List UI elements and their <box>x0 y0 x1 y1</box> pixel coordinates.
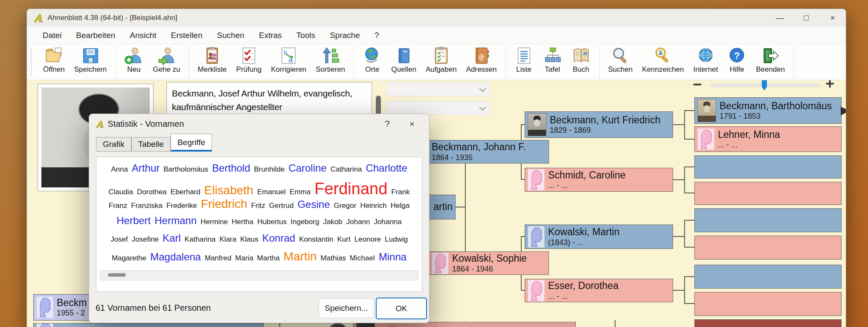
places-button[interactable]: Orte <box>358 46 386 80</box>
tab-begriffe[interactable]: Begriffe <box>171 134 212 152</box>
zoom-out-button[interactable]: − <box>693 80 702 92</box>
person-name: Beckmann, Bartholomäus <box>720 100 832 112</box>
horizontal-scrollbar-thumb[interactable] <box>108 273 126 277</box>
open-button[interactable]: Öffnen <box>38 46 70 80</box>
toolbar-button-label: Neu <box>127 65 140 74</box>
sources-button[interactable]: Quellen <box>386 46 421 80</box>
new-button[interactable]: Neu <box>119 46 148 80</box>
toolbar-button-label: Prüfung <box>236 65 262 74</box>
menu-item-sprache[interactable]: Sprache <box>322 31 367 40</box>
dialog-title-bar: A Statistik - Vornamen ? × <box>89 114 429 134</box>
cloud-name: Karl <box>163 232 181 244</box>
maximize-button[interactable]: □ <box>793 9 819 27</box>
zoom-slider-thumb[interactable] <box>762 80 767 91</box>
empty-person-box[interactable] <box>694 155 842 178</box>
empty-person-box[interactable] <box>694 208 842 232</box>
empty-person-box[interactable] <box>694 319 842 327</box>
flags-button[interactable]: Kennzeichen <box>637 46 688 80</box>
sort-button[interactable]: Sortieren <box>311 46 350 80</box>
cloud-name: Martin <box>284 250 317 263</box>
save-button[interactable]: Speichern <box>70 46 112 80</box>
save-button[interactable]: Speichern... <box>319 298 374 318</box>
person-box-kowalskim[interactable]: Kowalski, Martin(1843) - ... <box>525 225 673 249</box>
window-controls: — □ × <box>766 9 846 27</box>
ahnenblatt-logo-icon: A <box>96 119 103 129</box>
person-box-esser[interactable]: Esser, Dorothea... - ... <box>525 279 673 302</box>
person-box-johann[interactable]: Beckmann, Johann F.1864 - 1935 <box>429 140 549 164</box>
cloud-name: Eberhard <box>171 188 200 196</box>
goto-button[interactable]: Gehe zu <box>148 46 185 80</box>
cloud-name: Klaus <box>240 235 258 244</box>
male-silhouette-icon <box>36 297 53 318</box>
cloud-name: Heinrich <box>360 201 386 210</box>
empty-person-box[interactable] <box>694 236 842 260</box>
tree-connector-line <box>684 193 695 193</box>
close-button[interactable]: × <box>819 9 846 27</box>
minimize-button[interactable]: — <box>766 9 793 27</box>
cloud-name: Johann <box>346 218 370 226</box>
cloud-name: Frank <box>391 188 409 196</box>
tasks-button[interactable]: Aufgaben <box>421 46 462 80</box>
check-button[interactable]: Prüfung <box>232 46 267 80</box>
book-button[interactable]: Buch <box>567 46 595 80</box>
toolbar: ÖffnenSpeichernNeuGehe zuMerklistePrüfun… <box>27 44 846 80</box>
menu-item-suchen[interactable]: Suchen <box>210 31 252 40</box>
toolbar-drag-handle-icon[interactable] <box>31 49 32 76</box>
person-details-line2: kaufmännischer Angestellter <box>172 100 366 114</box>
exit-button[interactable]: Beenden <box>751 46 790 80</box>
correct-button[interactable]: baKorrigieren <box>266 46 311 80</box>
empty-person-box[interactable] <box>694 265 842 289</box>
empty-person-box[interactable] <box>694 182 842 205</box>
search-button[interactable]: Suchen <box>604 46 638 80</box>
person-box-schmidt[interactable]: Schmidt, Caroline... - ... <box>525 168 673 192</box>
horizontal-scrollbar[interactable] <box>100 270 418 280</box>
person-dates: ... - ... <box>548 181 626 190</box>
cloud-name: Konstantin <box>299 235 333 244</box>
zoom-in-button[interactable]: + <box>825 80 834 91</box>
cloud-name: Gregor <box>334 201 356 210</box>
ok-button[interactable]: OK <box>376 298 427 319</box>
toolbar-button-label: Merkliste <box>198 65 227 74</box>
empty-person-box[interactable] <box>694 292 842 316</box>
person-name: Beckm <box>57 297 87 309</box>
tree-connector-line <box>615 320 615 327</box>
female-silhouette-icon <box>697 128 714 150</box>
chart-button[interactable]: Tafel <box>538 46 567 80</box>
tree-connector-line <box>673 179 685 180</box>
toolbar-group: OrteQuellenAufgaben@Adressen <box>354 46 505 80</box>
places-icon <box>363 46 382 65</box>
menu-item-ansicht[interactable]: Ansicht <box>122 31 163 40</box>
dialog-help-button[interactable]: ? <box>385 119 390 129</box>
tree-connector-line <box>673 236 685 237</box>
dropdown-field-1[interactable] <box>386 82 491 96</box>
expand-ancestors-arrow[interactable]: ▶ <box>841 103 846 117</box>
help-button[interactable]: ?Hilfe <box>723 46 751 80</box>
person-details-line1: Beckmann, Josef Arthur Wilhelm, evangeli… <box>172 87 366 100</box>
menu-item-extras[interactable]: Extras <box>252 31 289 40</box>
menu-item-tools[interactable]: Tools <box>289 31 322 40</box>
person-box-gregor[interactable]: Beckmann, Gregor <box>33 323 264 327</box>
tree-canvas: Beckmann, Josef Arthur Wilhelm, evangeli… <box>27 80 846 327</box>
internet-icon <box>696 46 715 65</box>
cloud-name: Michael <box>350 254 375 263</box>
cloud-row: MagaretheMagdalenaManfredMariaMarthaMart… <box>100 250 418 267</box>
person-box-sophie[interactable]: Kowalski, Sophie1864 - 1946 <box>429 251 549 275</box>
person-box-barth[interactable]: Beckmann, Bartholomäus1791 - 1853 <box>694 97 842 124</box>
tree-connector-line <box>456 207 466 207</box>
menu-item-datei[interactable]: Datei <box>35 31 69 40</box>
menu-item-bearbeiten[interactable]: Bearbeiten <box>69 31 122 40</box>
menu-item-erstellen[interactable]: Erstellen <box>164 31 210 40</box>
person-box-kurt[interactable]: Beckmann, Kurt Friedrich1829 - 1869 <box>525 111 673 138</box>
menu-item-help[interactable]: ? <box>367 31 386 40</box>
tab-tabelle[interactable]: Tabelle <box>131 137 171 152</box>
dropdown-field-2[interactable] <box>386 101 491 115</box>
tree-connector-line <box>684 303 695 304</box>
person-box-lehner[interactable]: Lehner, Minna... - ... <box>694 126 842 152</box>
list-button[interactable]: Liste <box>510 46 538 80</box>
tab-grafik[interactable]: Grafik <box>96 137 131 152</box>
internet-button[interactable]: Internet <box>688 46 723 80</box>
addresses-button[interactable]: @Adressen <box>462 46 502 80</box>
watchlist-button[interactable]: Merkliste <box>193 46 232 80</box>
chevron-down-icon <box>479 104 486 111</box>
dialog-close-button[interactable]: × <box>409 119 415 129</box>
